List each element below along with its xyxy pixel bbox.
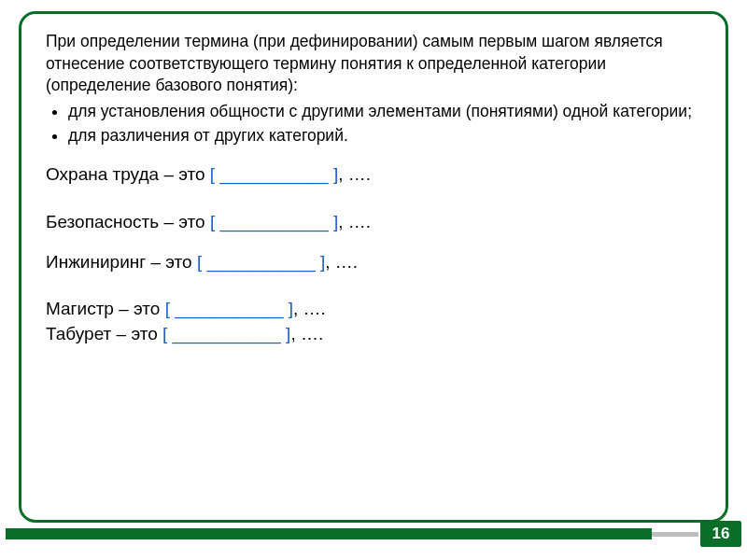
blank-underline: ___________ xyxy=(219,164,328,184)
term-label: Инжиниринг – это xyxy=(46,252,197,272)
slide: При определении термина (при дефинирован… xyxy=(0,0,747,560)
blank-underline: ___________ xyxy=(173,324,281,343)
term-tail: , …. xyxy=(338,212,371,231)
term-line-5: Табурет – это [ ___________ ], …. xyxy=(46,323,363,346)
term-tail: , …. xyxy=(290,324,323,343)
content-frame: При определении термина (при дефинирован… xyxy=(19,11,728,523)
footer-bar-green xyxy=(6,528,652,539)
term-line-2: Безопасность – это [ ___________ ], …. xyxy=(46,211,701,234)
blank-underline: ___________ xyxy=(206,252,315,272)
term-label: Табурет – это xyxy=(46,324,162,343)
term-tail: , …. xyxy=(293,299,326,318)
term-label: Безопасность – это xyxy=(46,212,210,231)
page-number: 16 xyxy=(700,521,741,547)
intro-paragraph: При определении термина (при дефинирован… xyxy=(46,31,701,97)
term-tail: , …. xyxy=(338,164,371,184)
term-line-3: Инжиниринг – это [ ___________ ], …. xyxy=(46,251,701,274)
term-tail: , …. xyxy=(325,252,358,272)
term-label: Охрана труда – это xyxy=(46,164,210,184)
blank-underline: ___________ xyxy=(175,299,283,318)
term-line-1: Охрана труда – это [ ___________ ], …. xyxy=(46,163,701,187)
bullet-item: для установления общности с другими элем… xyxy=(68,101,701,123)
bullet-item: для различения от других категорий. xyxy=(68,125,701,147)
term-line-4: Магистр – это [ ___________ ], …. xyxy=(46,298,363,321)
blank-underline: ___________ xyxy=(220,212,329,231)
term-label: Магистр – это xyxy=(46,299,165,318)
bullet-list: для установления общности с другими элем… xyxy=(46,101,701,147)
footer-bar xyxy=(0,528,747,539)
